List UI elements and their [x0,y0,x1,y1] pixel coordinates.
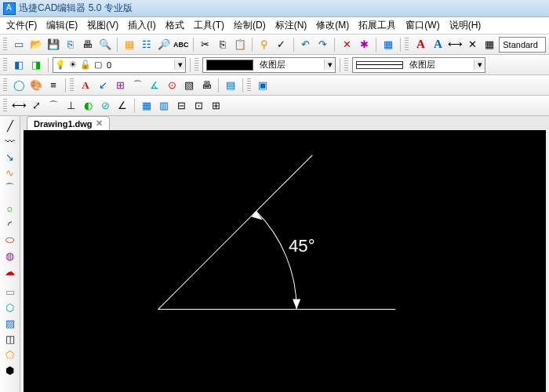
ordinate-icon[interactable]: ⊥ [63,98,78,114]
text-style-b-icon[interactable]: A [430,37,445,53]
boundary-tool-icon[interactable]: ⬠ [2,347,18,362]
layer-mgr-icon[interactable]: ▤ [122,37,137,53]
print-icon[interactable]: 🖶 [80,37,96,53]
point-style-icon[interactable]: ✕ [464,37,480,53]
radius-icon[interactable]: ◐ [80,98,96,114]
xline-tool-icon[interactable]: ↘ [2,149,18,165]
undo-icon[interactable]: ↶ [298,37,314,53]
revcloud-tool-icon[interactable]: ☁ [2,263,18,279]
menu-window[interactable]: 窗口(W) [401,17,444,34]
select-icon[interactable]: ▦ [380,37,396,53]
tab-label: Drawing1.dwg [34,119,93,129]
leader-icon[interactable]: ↙ [95,78,111,93]
diameter-icon[interactable]: ⊘ [97,98,113,114]
menu-view[interactable]: 视图(V) [82,17,123,34]
color-value: 依图层 [256,59,324,71]
text-style-a-icon[interactable]: A [413,37,428,53]
tolerance-icon[interactable]: ⊞ [208,98,224,114]
find-icon[interactable]: 🔎 [156,37,172,53]
open-icon[interactable]: 📂 [28,37,44,53]
menu-ext[interactable]: 拓展工具 [354,17,401,34]
linear-dim-icon[interactable]: ⟷ [11,98,27,114]
separator [190,58,191,72]
rect-tool-icon[interactable]: ▭ [2,284,18,299]
delete-icon[interactable]: ✕ [339,37,354,53]
dim-icon[interactable]: ⊞ [112,78,128,93]
arc2-tool-icon[interactable]: ◜ [2,216,18,232]
center-icon[interactable]: ⊡ [191,98,206,114]
preview-icon[interactable]: 🔍 [97,37,113,53]
paste-icon[interactable]: 📋 [232,37,248,53]
new-icon[interactable]: ▭ [11,37,27,53]
print2-icon[interactable]: 🖶 [198,78,214,93]
region-icon[interactable]: ▧ [181,78,197,93]
donut-tool-icon[interactable]: ◍ [2,248,18,263]
angle-icon[interactable]: ∡ [147,78,162,93]
layer-icon[interactable]: ◧ [11,57,27,73]
ellipse-tool-icon[interactable]: ⬭ [2,232,18,248]
menu-dim[interactable]: 标注(N) [271,17,312,34]
drawing-canvas[interactable]: 45° [24,130,546,392]
brush-icon[interactable]: ✓ [274,37,289,53]
arc-tool-icon[interactable]: ⌒ [2,180,18,196]
gradient-tool-icon[interactable]: ◫ [2,331,18,347]
menu-edit[interactable]: 编辑(E) [42,17,82,34]
palette-icon[interactable]: 🎨 [28,78,44,93]
linetype-combo[interactable]: 依图层 ▾ [352,57,485,73]
arc-dim-icon[interactable]: ⌒ [45,98,61,114]
color-combo[interactable]: 依图层 ▾ [202,57,336,73]
line-tool-icon[interactable]: ╱ [2,118,18,133]
hatch-tool-icon[interactable]: ▨ [2,315,18,331]
menu-file[interactable]: 文件(F) [2,17,42,34]
layer-name: 0 [104,60,174,70]
saveall-icon[interactable]: ⎘ [63,37,78,53]
circle-tool-icon[interactable]: ◯ [11,78,27,93]
angular-icon[interactable]: ∠ [115,98,130,114]
baseline-icon[interactable]: ▥ [156,98,172,114]
copy-icon[interactable]: ⎘ [215,37,231,53]
layer-state-icon[interactable]: ◨ [28,57,44,73]
dim-style-icon[interactable]: ⟷ [447,37,463,53]
table-style-icon[interactable]: ▦ [482,37,497,53]
spell-icon[interactable]: ABC [173,37,189,53]
toolbar-layers: ◧ ◨ 💡 ☀ 🔓 ▢ 0 ▾ 依图层 ▾ 依图层 ▾ [0,55,549,75]
cut-icon[interactable]: ✂ [198,37,213,53]
menu-tools[interactable]: 工具(T) [189,17,229,34]
menu-draw[interactable]: 绘制(D) [229,17,271,34]
grip-icon [3,99,7,113]
properties-icon[interactable]: ☷ [139,37,155,53]
menu-help[interactable]: 说明(H) [445,17,486,34]
spline-tool-icon[interactable]: ∿ [2,165,18,180]
menu-modify[interactable]: 修改(M) [311,17,354,34]
quick-dim-icon[interactable]: ▦ [139,98,155,114]
document-tab[interactable]: Drawing1.dwg ✕ [27,116,110,130]
layer-combo[interactable]: 💡 ☀ 🔓 ▢ 0 ▾ [53,57,186,73]
text-style-combo[interactable]: Standard [499,37,546,53]
mtext-icon[interactable]: A [78,78,93,93]
toolbar-draw: ◯ 🎨 ≡ A ↙ ⊞ ⌒ ∡ ⊙ ▧ 🖶 ▤ ▣ [0,75,549,96]
linetype-swatch [356,61,403,69]
point-icon[interactable]: ⊙ [164,78,180,93]
polygon-tool-icon[interactable]: ⬡ [2,299,18,315]
circle-tool-icon[interactable]: ○ [2,201,18,216]
region2-tool-icon[interactable]: ⬢ [2,362,18,378]
separator [376,38,376,52]
close-icon[interactable]: ✕ [96,118,103,129]
redo-icon[interactable]: ↷ [315,37,331,53]
save-icon[interactable]: 💾 [45,37,61,53]
aligned-dim-icon[interactable]: ⤢ [28,98,44,114]
drawing-svg: 45° [24,130,546,392]
arc-icon[interactable]: ⌒ [129,78,145,93]
layers2-icon[interactable]: ▤ [223,78,238,93]
polyline-tool-icon[interactable]: 〰 [2,133,18,149]
menu-format[interactable]: 格式 [161,17,189,34]
continue-icon[interactable]: ⊟ [173,98,189,114]
print-layer-icon: ▢ [94,60,102,70]
purge-icon[interactable]: ✱ [356,37,372,53]
menu-insert[interactable]: 插入(I) [123,17,160,34]
grip-icon [3,38,7,52]
match-icon[interactable]: ⚲ [256,37,272,53]
linetype-icon[interactable]: ≡ [45,78,61,93]
separator [117,38,118,52]
block-icon[interactable]: ▣ [255,78,271,93]
